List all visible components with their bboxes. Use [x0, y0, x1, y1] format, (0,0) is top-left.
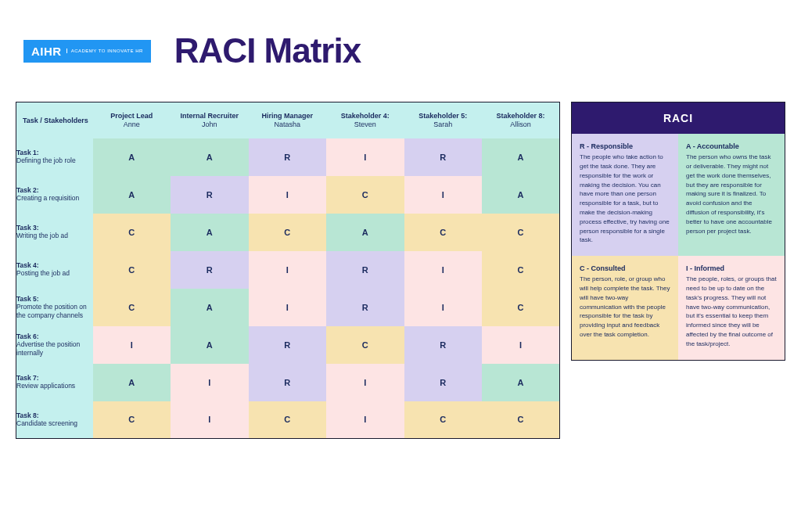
raci-value-cell: C — [249, 401, 327, 439]
task-number: Task 3: — [16, 224, 93, 232]
raci-value-cell: C — [93, 401, 171, 439]
raci-value-cell: I — [326, 138, 404, 176]
legend-responsible: R - Responsible The people who take acti… — [572, 134, 678, 256]
legend-grid: R - Responsible The people who take acti… — [572, 134, 785, 360]
raci-legend-panel: RACI R - Responsible The people who take… — [571, 102, 785, 361]
task-desc: Advertise the position internally — [16, 340, 93, 356]
raci-value-cell: C — [482, 251, 560, 289]
raci-value-cell: C — [404, 214, 483, 251]
raci-value-cell: R — [326, 251, 404, 289]
task-label-cell: Task 4:Posting the job ad — [16, 251, 93, 289]
raci-value-cell: A — [171, 214, 249, 251]
stakeholder-role: Stakeholder 5: — [404, 112, 483, 120]
raci-value-cell: R — [404, 138, 483, 176]
raci-value-cell: A — [171, 326, 249, 364]
table-row: Task 7:Review applicationsAIRIRA — [16, 364, 560, 401]
legend-desc: The people who take action to get the ta… — [580, 153, 670, 243]
stakeholder-header: Hiring ManagerNatasha — [249, 102, 327, 138]
task-desc: Defining the job role — [16, 156, 93, 164]
content-row: Task / Stakeholders Project LeadAnne Int… — [16, 102, 785, 439]
raci-value-cell: A — [482, 176, 560, 214]
task-desc: Writing the job ad — [16, 232, 93, 239]
raci-value-cell: R — [326, 289, 404, 326]
legend-accountable: A - Accountable The person who owns the … — [678, 134, 785, 256]
task-desc: Review applications — [16, 382, 93, 390]
raci-value-cell: C — [249, 214, 327, 251]
task-number: Task 2: — [16, 186, 93, 194]
raci-value-cell: C — [93, 289, 171, 326]
task-desc: Creating a requisition — [16, 194, 93, 202]
legend-header: RACI — [572, 102, 785, 134]
stakeholder-name: Allison — [482, 120, 559, 128]
task-desc: Promote the position on the company chan… — [16, 303, 93, 318]
table-row: Task 8:Candidate screeningCICICC — [16, 401, 560, 439]
raci-value-cell: R — [249, 326, 327, 364]
stakeholder-name: Anne — [93, 120, 171, 128]
raci-value-cell: I — [249, 176, 327, 214]
task-label-cell: Task 7:Review applications — [16, 364, 93, 401]
logo-tagline: ACADEMY TO INNOVATE HR — [66, 49, 143, 54]
legend-desc: The person, role, or group who will help… — [580, 275, 670, 338]
raci-value-cell: R — [404, 326, 483, 364]
raci-value-cell: I — [171, 401, 249, 439]
raci-value-cell: I — [404, 289, 483, 326]
stakeholder-role: Stakeholder 4: — [326, 112, 404, 120]
table-row: Task 2:Creating a requisitionARICIA — [16, 176, 560, 214]
legend-informed: I - Informed The people, roles, or group… — [678, 256, 785, 360]
raci-value-cell: I — [249, 251, 327, 289]
raci-value-cell: A — [482, 138, 560, 176]
raci-value-cell: C — [93, 214, 171, 251]
raci-value-cell: R — [171, 251, 249, 289]
legend-title: C - Consulted — [580, 264, 670, 273]
legend-title: R - Responsible — [580, 142, 670, 151]
logo-brand: AIHR — [31, 45, 62, 58]
stakeholder-role: Hiring Manager — [249, 112, 327, 120]
task-desc: Posting the job ad — [16, 269, 93, 277]
table-row: Task 6:Advertise the position internally… — [16, 326, 560, 364]
stakeholder-role: Project Lead — [93, 112, 171, 120]
task-label-cell: Task 2:Creating a requisition — [16, 176, 93, 214]
legend-title: I - Informed — [686, 264, 777, 273]
task-label-cell: Task 6:Advertise the position internally — [16, 326, 93, 364]
raci-value-cell: A — [93, 138, 171, 176]
raci-value-cell: C — [482, 401, 560, 439]
aihr-logo: AIHR ACADEMY TO INNOVATE HR — [23, 40, 151, 63]
table-row: Task 5:Promote the position on the compa… — [16, 289, 560, 326]
raci-value-cell: I — [171, 364, 249, 401]
legend-desc: The people, roles, or groups that need t… — [686, 275, 777, 347]
task-label-cell: Task 5:Promote the position on the compa… — [16, 289, 93, 326]
task-label-cell: Task 8:Candidate screening — [16, 401, 93, 439]
raci-value-cell: A — [326, 214, 404, 251]
raci-value-cell: C — [326, 326, 404, 364]
raci-value-cell: I — [326, 401, 404, 439]
raci-value-cell: R — [249, 364, 327, 401]
raci-value-cell: R — [171, 176, 249, 214]
stakeholder-name: Sarah — [404, 120, 483, 128]
raci-value-cell: C — [404, 401, 483, 439]
matrix-corner: Task / Stakeholders — [16, 102, 93, 138]
stakeholder-name: Natasha — [249, 120, 327, 128]
header: AIHR ACADEMY TO INNOVATE HR RACI Matrix — [23, 31, 785, 70]
task-label-cell: Task 3:Writing the job ad — [16, 214, 93, 251]
raci-value-cell: C — [482, 214, 560, 251]
raci-value-cell: A — [93, 176, 171, 214]
raci-value-cell: I — [93, 326, 171, 364]
legend-title: A - Accountable — [686, 142, 777, 151]
raci-value-cell: I — [482, 326, 560, 364]
task-number: Task 4: — [16, 261, 93, 269]
stakeholder-header: Stakeholder 8:Allison — [482, 102, 560, 138]
raci-value-cell: A — [482, 364, 560, 401]
raci-value-cell: C — [93, 251, 171, 289]
task-number: Task 5: — [16, 295, 93, 303]
raci-value-cell: A — [171, 289, 249, 326]
raci-value-cell: A — [93, 364, 171, 401]
raci-value-cell: C — [482, 289, 560, 326]
legend-desc: The person who owns the task or delivera… — [686, 153, 772, 234]
task-desc: Candidate screening — [16, 419, 93, 427]
table-row: Task 1:Defining the job roleAARIRA — [16, 138, 560, 176]
legend-consulted: C - Consulted The person, role, or group… — [572, 256, 678, 360]
stakeholder-name: John — [171, 120, 249, 128]
stakeholder-name: Steven — [326, 120, 404, 128]
raci-value-cell: A — [171, 138, 249, 176]
task-number: Task 1: — [16, 149, 93, 156]
